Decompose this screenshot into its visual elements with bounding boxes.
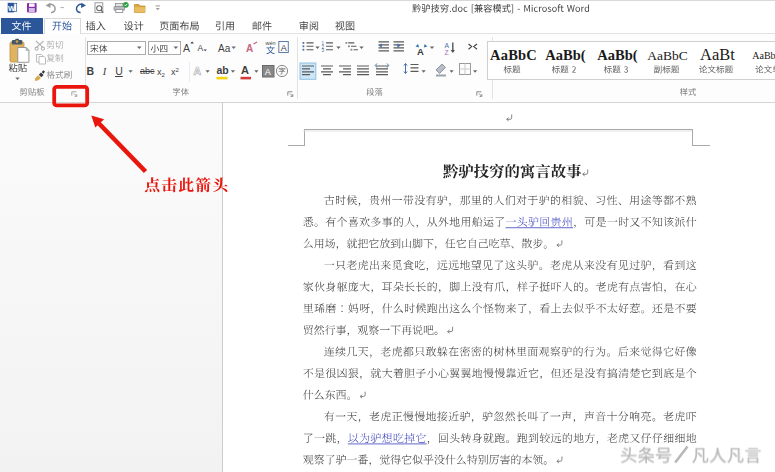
svg-text:A: A: [198, 43, 204, 53]
svg-text:Z: Z: [445, 49, 449, 56]
svg-text:A: A: [265, 67, 271, 77]
svg-text:A: A: [246, 43, 253, 54]
svg-text:A: A: [445, 42, 450, 49]
svg-text:A: A: [281, 43, 287, 53]
svg-text:Aa: Aa: [218, 43, 231, 54]
svg-text:A: A: [183, 42, 190, 54]
svg-text:W: W: [8, 4, 16, 13]
svg-text:3: 3: [322, 48, 325, 53]
svg-text:wén: wén: [265, 40, 276, 46]
